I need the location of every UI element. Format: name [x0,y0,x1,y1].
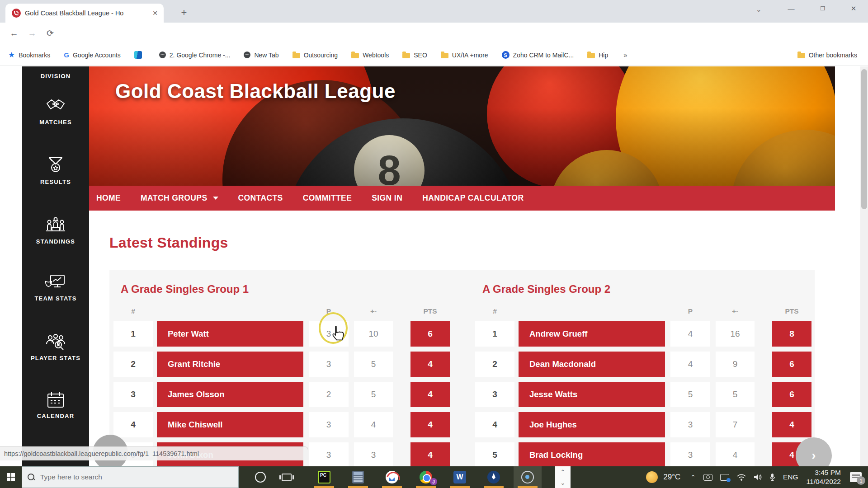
player-link[interactable]: Joe Hughes [519,412,665,437]
scrollbar-thumb[interactable] [861,69,867,209]
nav-contacts[interactable]: CONTACTS [238,193,283,203]
wifi-icon[interactable] [737,474,746,481]
taskbar-app-chrome[interactable]: J [412,466,440,488]
sidebar-item-player-stats[interactable]: PLAYER STATS [22,332,89,361]
medal-icon [46,155,66,175]
globe-icon [159,52,166,58]
bookmark-google-chrome[interactable]: 2. Google Chrome -... [159,52,231,59]
bookmarks-overflow-chevron[interactable]: » [623,51,627,59]
taskbar-app-pycharm[interactable]: PC [310,466,338,488]
bookmarks-bar: ★Bookmarks GGoogle Accounts 2. Google Ch… [0,44,868,66]
sidebar-item-matches[interactable]: MATCHES [22,97,89,126]
sidebar-item-team-stats[interactable]: TEAM STATS [22,273,89,302]
bookmark-other-bookmarks[interactable]: Other bookmarks [797,52,857,59]
taskbar-app-pen[interactable] [480,466,508,488]
search-input[interactable] [40,473,212,481]
points: 4 [410,412,450,437]
window-maximize-button[interactable]: ❐ [810,0,835,18]
player-link[interactable]: Brad Locking [519,442,665,466]
bookmark-new-tab[interactable]: New Tab [244,52,278,59]
sidebar-item-standings[interactable]: STANDINGS [22,216,89,245]
sidebar-item-results[interactable]: RESULTS [22,155,89,185]
cortana-button[interactable] [250,466,271,488]
handshake-icon [45,97,66,115]
bookmark-outsourcing[interactable]: Outsourcing [292,52,338,59]
cortana-icon [255,472,266,483]
player-link[interactable]: Andrew Grueff [519,321,665,347]
nav-committee[interactable]: COMMITTEE [303,193,352,203]
plusminus: 4 [354,412,393,437]
player-link[interactable]: Peter Watt [157,321,303,347]
folder-icon [797,53,805,58]
played: 5 [670,382,710,407]
played: 4 [670,321,710,347]
player-link[interactable]: James Olsson [157,382,303,407]
bookmark-webtools[interactable]: Webtools [351,52,389,59]
carousel-next-button[interactable]: › [796,437,832,466]
hidden-icons-chevron[interactable]: ⌃ [690,474,696,481]
calendar-icon [46,391,65,409]
tab-search-chevron-icon[interactable]: ⌄ [756,5,762,14]
taskbar-app-calculator[interactable] [344,466,372,488]
rank: 2 [113,352,153,377]
played: 2 [309,382,349,407]
camera-tray-icon[interactable] [703,474,712,481]
bookmark-icon-only[interactable] [134,51,146,59]
group1-title[interactable]: A Grade Singles Group 1 [121,283,249,296]
tab-title: Gold Coast Blackball League - Ho [25,9,151,17]
nav-match-groups[interactable]: MATCH GROUPS [141,193,218,203]
calculator-icon [352,471,364,483]
language-indicator[interactable]: ENG [783,473,798,481]
chevron-down-icon [213,197,218,200]
page-scrollbar[interactable] [860,66,868,466]
player-link[interactable]: Dean Macdonald [519,352,665,377]
temperature[interactable]: 29°C [663,473,680,482]
nav-home[interactable]: HOME [96,193,121,203]
tab-close-icon[interactable]: ✕ [151,9,159,17]
bookmark-hip[interactable]: Hip [587,52,608,59]
rank: 3 [113,382,153,407]
sidebar-item-calendar[interactable]: CALENDAR [22,391,89,419]
start-button[interactable] [0,466,22,488]
notification-center-icon[interactable]: 1 [850,472,862,482]
folder-icon [292,53,300,58]
taskbar-app-recorder[interactable] [514,466,542,488]
played: 3 [670,442,710,466]
forward-button[interactable]: → [25,27,39,41]
folder-icon [351,53,359,58]
folder-icon [402,53,410,58]
site-title: Gold Coast Blackball League [115,80,396,103]
nav-handicap-calculator[interactable]: HANDICAP CALCULATOR [422,193,524,203]
window-minimize-button[interactable]: — [778,0,804,18]
nav-sign-in[interactable]: SIGN IN [372,193,402,203]
browser-tab[interactable]: Gold Coast Blackball League - Ho ✕ [5,4,164,23]
rank: 3 [475,382,514,407]
player-link[interactable]: Grant Ritchie [157,352,303,377]
speaker-icon[interactable] [754,474,762,481]
group2-title[interactable]: A Grade Singles Group 2 [482,283,610,296]
player-link[interactable]: Jesse Watts [519,382,665,407]
date: 11/04/2022 [807,477,841,486]
bookmark-uxia[interactable]: UX/IA +more [441,52,488,59]
display-tray-icon[interactable] [720,474,729,481]
bookmark-bookmarks[interactable]: ★Bookmarks [8,50,50,60]
taskbar-app-word[interactable]: W [446,466,474,488]
taskbar-app-snipping[interactable] [378,466,406,488]
microphone-icon[interactable] [769,473,775,481]
weather-sun-icon[interactable] [646,471,658,483]
player-link[interactable]: Mike Chiswell [157,412,303,437]
bookmark-seo[interactable]: SEO [402,52,427,59]
table-header-row: # P +- PTS [475,307,815,317]
window-close-button[interactable]: ✕ [841,0,866,18]
bookmark-zoho[interactable]: SZoho CRM to MailC... [502,51,574,59]
bookmark-google-accounts[interactable]: GGoogle Accounts [64,51,121,59]
clock[interactable]: 3:45 PM 11/04/2022 [807,468,841,486]
new-tab-button[interactable]: + [178,7,190,19]
task-view-button[interactable] [276,466,297,488]
taskbar-overflow-arrows[interactable]: ⌃⌄ [555,466,571,488]
played: 3 [309,352,349,377]
sidebar-item-division[interactable]: DIVISION [22,73,89,80]
back-button[interactable]: ← [7,27,21,41]
taskbar-search[interactable] [22,466,239,488]
reload-button[interactable]: ⟳ [43,27,57,41]
